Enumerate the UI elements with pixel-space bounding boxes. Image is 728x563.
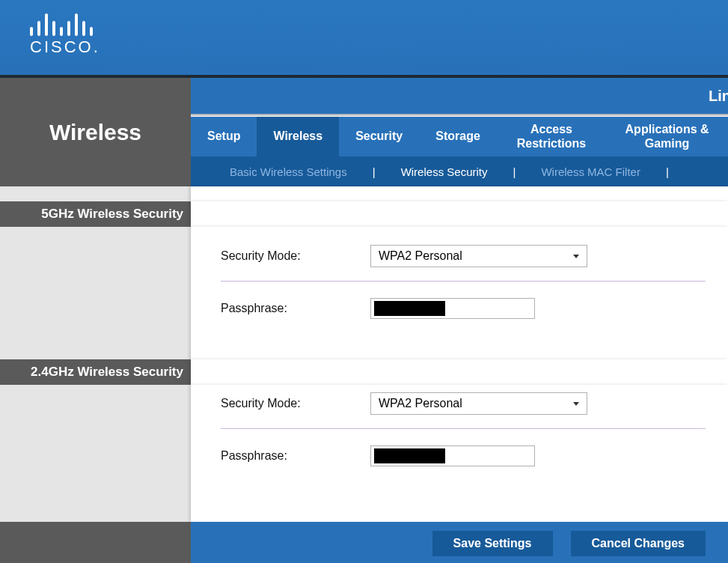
footer-left <box>0 522 191 563</box>
security-mode-select-24ghz[interactable]: WPA2 Personal <box>370 392 587 415</box>
tab-access-restrictions[interactable]: Access Restrictions <box>497 117 606 156</box>
product-name-partial: Lin <box>709 88 728 105</box>
security-mode-select-5ghz[interactable]: WPA2 Personal <box>370 245 587 267</box>
section-header-24ghz: 2.4GHz Wireless Security <box>0 359 191 385</box>
cancel-changes-button[interactable]: Cancel Changes <box>571 531 706 556</box>
left-gutter <box>0 227 191 359</box>
subtab-wireless-security[interactable]: Wireless Security <box>392 165 497 178</box>
passphrase-label-24ghz: Passphrase: <box>221 449 370 463</box>
form-5ghz: Security Mode: WPA2 Personal Passphrase: <box>191 227 728 359</box>
tab-storage[interactable]: Storage <box>419 117 497 156</box>
security-mode-label-24ghz: Security Mode: <box>221 397 370 410</box>
passphrase-label-5ghz: Passphrase: <box>221 302 370 315</box>
page-title: Wireless <box>0 78 191 186</box>
tab-applications-gaming[interactable]: Applications & Gaming <box>606 117 728 156</box>
cisco-logo: CISCO. <box>30 10 100 57</box>
save-settings-button[interactable]: Save Settings <box>432 531 553 556</box>
tab-security[interactable]: Security <box>339 117 419 156</box>
chevron-down-icon <box>573 402 579 406</box>
subtab-wireless-mac-filter[interactable]: Wireless MAC Filter <box>532 165 649 178</box>
cisco-logo-bars <box>30 10 100 36</box>
footer-bar: Save Settings Cancel Changes <box>191 522 728 563</box>
chevron-down-icon <box>573 255 579 258</box>
subtab-separator: | <box>649 165 685 178</box>
passphrase-input-24ghz[interactable] <box>370 445 535 466</box>
tab-wireless[interactable]: Wireless <box>257 117 339 156</box>
subtab-separator: | <box>356 165 392 178</box>
divider-line <box>221 281 706 282</box>
subtab-separator: | <box>496 165 532 178</box>
brand-text: CISCO. <box>30 37 100 57</box>
product-name-bar: Lin <box>191 78 728 114</box>
security-mode-value-5ghz: WPA2 Personal <box>379 249 462 263</box>
passphrase-input-5ghz[interactable] <box>370 298 535 319</box>
section-header-5ghz: 5GHz Wireless Security <box>0 201 191 227</box>
passphrase-redacted-24ghz <box>374 448 445 463</box>
form-24ghz: Security Mode: WPA2 Personal Passphrase: <box>191 385 728 522</box>
main-tabs: Setup Wireless Security Storage Access R… <box>191 117 728 156</box>
passphrase-redacted-5ghz <box>374 301 445 316</box>
content-spacer <box>191 186 728 201</box>
sub-tabs: Basic Wireless Settings | Wireless Secur… <box>191 156 728 186</box>
security-mode-label-5ghz: Security Mode: <box>221 249 370 263</box>
tab-setup[interactable]: Setup <box>191 117 257 156</box>
top-banner: CISCO. <box>0 0 728 75</box>
nav-area: Lin Setup Wireless Security Storage Acce… <box>191 78 728 186</box>
subtab-basic-wireless[interactable]: Basic Wireless Settings <box>221 165 356 178</box>
section-header-5ghz-right <box>191 201 728 227</box>
left-gutter <box>0 385 191 522</box>
divider-line <box>221 428 706 429</box>
section-header-24ghz-right <box>191 359 728 385</box>
security-mode-value-24ghz: WPA2 Personal <box>379 397 462 410</box>
left-gutter <box>0 186 191 201</box>
